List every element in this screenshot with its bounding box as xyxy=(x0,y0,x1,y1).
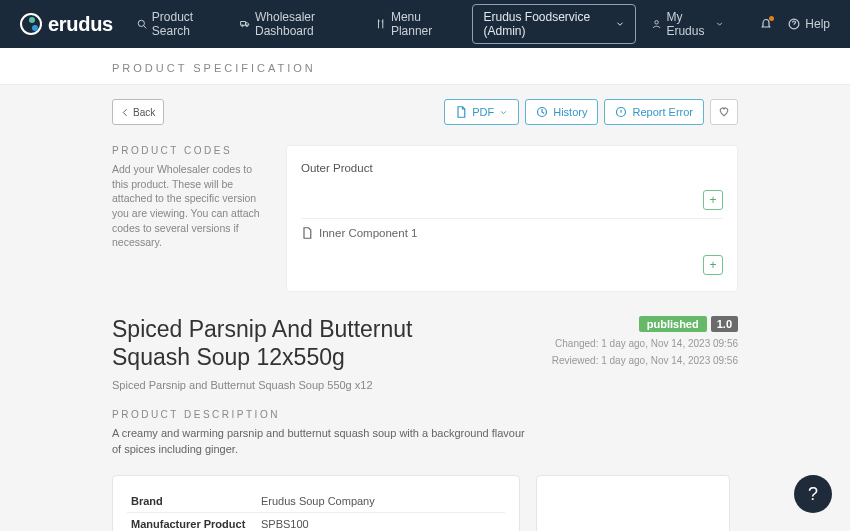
nav-label: Menu Planner xyxy=(391,10,453,38)
svg-point-2 xyxy=(246,25,248,27)
search-icon xyxy=(137,18,147,30)
alert-icon xyxy=(615,106,627,118)
caret-down-icon xyxy=(615,18,625,30)
status-badge: published xyxy=(639,316,707,332)
add-inner-code-button[interactable]: + xyxy=(703,255,723,275)
caret-down-icon xyxy=(715,18,724,30)
product-description-heading: PRODUCT DESCRIPTION xyxy=(112,409,532,420)
side-placeholder-card xyxy=(536,475,730,531)
nav-menu-planner[interactable]: Menu Planner xyxy=(376,10,452,38)
reviewed-timestamp: Reviewed: 1 day ago, Nov 14, 2023 09:56 xyxy=(552,355,738,366)
table-row: Manufacturer Product CodeSPBS100 xyxy=(127,512,505,531)
workspace-label: Erudus Foodservice (Admin) xyxy=(483,10,609,38)
pdf-button[interactable]: PDF xyxy=(444,99,519,125)
page-title: PRODUCT SPECIFICATION xyxy=(112,62,738,74)
table-row: BrandErudus Soup Company xyxy=(127,490,505,513)
report-error-label: Report Error xyxy=(632,106,693,118)
top-nav: erudus Product Search Wholesaler Dashboa… xyxy=(0,0,850,48)
nav-label: Wholesaler Dashboard xyxy=(255,10,356,38)
nav-wholesaler-dashboard[interactable]: Wholesaler Dashboard xyxy=(240,10,356,38)
product-codes-card: Outer Product + Inner Component 1 + xyxy=(286,145,738,292)
file-icon xyxy=(455,106,467,118)
spec-val: Erudus Soup Company xyxy=(257,490,505,513)
outer-product-label: Outer Product xyxy=(301,162,373,174)
version-badge: 1.0 xyxy=(711,316,738,332)
my-erudus-menu[interactable]: My Erudus xyxy=(652,10,724,38)
back-button[interactable]: Back xyxy=(112,99,164,125)
spec-val: SPBS100 xyxy=(257,512,505,531)
product-description-text: A creamy and warming parsnip and buttern… xyxy=(112,426,532,457)
svg-point-1 xyxy=(242,25,244,27)
notification-dot-icon xyxy=(769,16,774,21)
product-title: Spiced Parsnip And Butternut Squash Soup… xyxy=(112,316,492,371)
help-link[interactable]: Help xyxy=(788,17,830,31)
clock-icon xyxy=(536,106,548,118)
file-icon xyxy=(301,227,313,239)
report-error-button[interactable]: Report Error xyxy=(604,99,704,125)
product-codes-heading: PRODUCT CODES xyxy=(112,145,270,156)
back-label: Back xyxy=(133,107,155,118)
history-button[interactable]: History xyxy=(525,99,598,125)
favourite-button[interactable] xyxy=(710,99,738,125)
nav-label: Product Search xyxy=(152,10,220,38)
pdf-label: PDF xyxy=(472,106,494,118)
question-icon: ? xyxy=(808,484,818,505)
spec-key: Manufacturer Product Code xyxy=(127,512,257,531)
spec-key: Brand xyxy=(127,490,257,513)
help-fab[interactable]: ? xyxy=(794,475,832,513)
brand-name: erudus xyxy=(48,13,113,36)
brand-logo[interactable]: erudus xyxy=(20,13,113,36)
truck-icon xyxy=(240,18,250,30)
caret-down-icon xyxy=(499,108,508,117)
changed-timestamp: Changed: 1 day ago, Nov 14, 2023 09:56 xyxy=(552,338,738,349)
add-outer-code-button[interactable]: + xyxy=(703,190,723,210)
nav-label: My Erudus xyxy=(666,10,710,38)
utensils-icon xyxy=(376,18,386,30)
inner-component-label: Inner Component 1 xyxy=(319,227,417,239)
svg-point-0 xyxy=(138,20,144,26)
spec-table-card: BrandErudus Soup Company Manufacturer Pr… xyxy=(112,475,520,531)
user-icon xyxy=(652,18,661,30)
product-subtitle: Spiced Parsnip and Butternut Squash Soup… xyxy=(112,379,492,391)
workspace-selector[interactable]: Erudus Foodservice (Admin) xyxy=(472,4,636,44)
svg-point-3 xyxy=(655,21,658,24)
notifications-bell[interactable] xyxy=(760,18,772,30)
nav-label: Help xyxy=(805,17,830,31)
nav-product-search[interactable]: Product Search xyxy=(137,10,220,38)
logo-icon xyxy=(20,13,42,35)
history-label: History xyxy=(553,106,587,118)
arrow-left-icon xyxy=(121,108,130,117)
help-icon xyxy=(788,18,800,30)
product-codes-help: Add your Wholesaler codes to this produc… xyxy=(112,162,270,250)
heart-icon xyxy=(718,106,730,118)
